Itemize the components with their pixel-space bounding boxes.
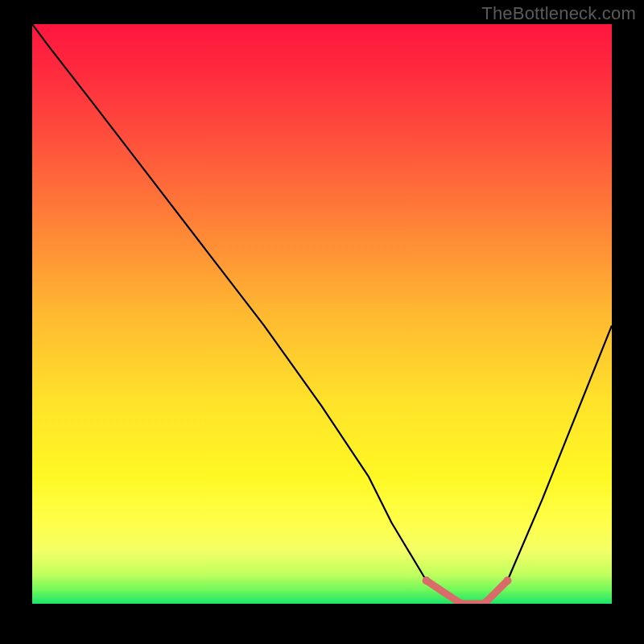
watermark-text: TheBottleneck.com bbox=[481, 3, 636, 24]
chart-frame: TheBottleneck.com bbox=[0, 0, 644, 644]
highlight-dot-left bbox=[423, 576, 431, 584]
gradient-background bbox=[32, 24, 612, 604]
highlight-dot-right bbox=[503, 576, 511, 584]
plot-area bbox=[32, 24, 612, 604]
chart-svg bbox=[32, 24, 612, 604]
